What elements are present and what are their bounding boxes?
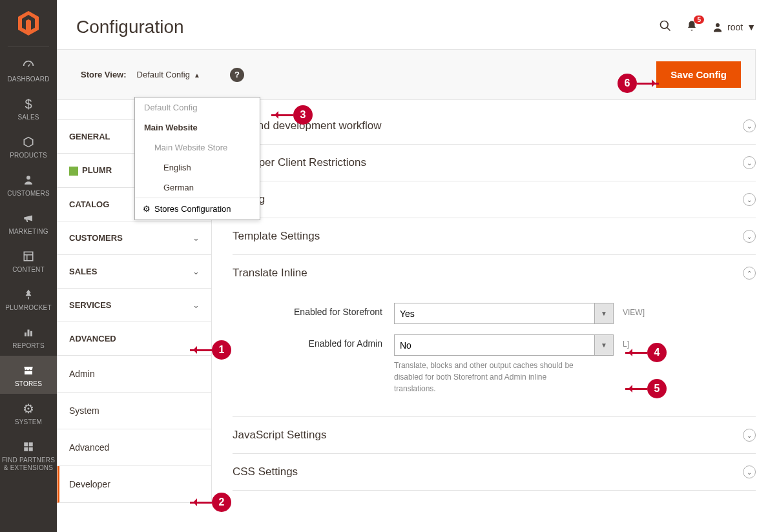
- svg-rect-9: [24, 447, 28, 451]
- enabled-admin-select[interactable]: No: [394, 334, 614, 356]
- storeview-switcher[interactable]: Default Config▲: [137, 70, 200, 79]
- page-header: Configuration 5 root ▼: [57, 0, 779, 49]
- storeview-option-main-website[interactable]: Main Website: [135, 118, 260, 138]
- field-note: Translate, blocks and other output cache…: [394, 360, 588, 394]
- notification-badge: 5: [694, 15, 704, 24]
- person-icon: [0, 172, 57, 189]
- gear-icon: ⚙: [0, 400, 57, 417]
- storeview-stores-config-link[interactable]: ⚙Stores Configuration: [135, 198, 260, 220]
- help-icon[interactable]: ?: [230, 68, 244, 82]
- storeview-option-english[interactable]: English: [135, 158, 260, 178]
- dashboard-icon: [0, 57, 57, 74]
- chevron-up-icon: ⌃: [743, 267, 756, 280]
- user-icon: [712, 21, 723, 33]
- nav-content[interactable]: CONTENT: [0, 241, 57, 280]
- nav-plumrocket[interactable]: PLUMROCKET: [0, 280, 57, 318]
- enabled-storefront-select[interactable]: Yes: [394, 303, 614, 324]
- storeview-dropdown: Default Config Main Website Main Website…: [134, 97, 260, 220]
- cube-icon: [0, 134, 57, 150]
- group-template-settings[interactable]: Template Settings ⌄: [233, 218, 756, 255]
- storeview-option-german[interactable]: German: [135, 178, 260, 198]
- svg-rect-7: [24, 442, 28, 446]
- tab-sales[interactable]: SALES⌄: [57, 255, 212, 289]
- config-content: ont-end development workflow ⌄ eveloper …: [212, 119, 779, 503]
- storeview-bar: Store View: Default Config▲ ? Save Confi…: [57, 49, 756, 100]
- search-icon[interactable]: [659, 19, 672, 36]
- tab-customers[interactable]: CUSTOMERS⌄: [57, 221, 212, 255]
- chevron-down-icon: ⌄: [743, 156, 756, 169]
- group-debug[interactable]: Debug ⌄: [233, 181, 756, 218]
- storeview-label: Store View:: [81, 70, 127, 79]
- save-config-button[interactable]: Save Config: [656, 61, 741, 88]
- tree-icon: [0, 286, 57, 303]
- dollar-icon: $: [0, 96, 57, 112]
- chevron-down-icon: ⌄: [192, 300, 200, 310]
- svg-point-0: [26, 176, 30, 179]
- notifications-icon[interactable]: 5: [686, 19, 698, 36]
- megaphone-icon: [0, 210, 57, 227]
- nav-customers[interactable]: CUSTOMERS: [0, 165, 57, 203]
- svg-line-12: [667, 27, 670, 30]
- subtab-system[interactable]: System: [57, 393, 211, 429]
- magento-logo[interactable]: [0, 0, 57, 46]
- chevron-down-icon: ⌄: [743, 466, 756, 478]
- username: root: [727, 22, 743, 32]
- translate-inline-fields: Enabled for Storefront Yes ▼ VIEW] Enabl…: [233, 291, 756, 416]
- layout-icon: [0, 248, 57, 265]
- nav-dashboard[interactable]: DASHBOARD: [0, 51, 57, 89]
- nav-find-partners[interactable]: FIND PARTNERS & EXTENSIONS: [0, 432, 57, 478]
- user-menu[interactable]: root ▼: [712, 21, 756, 33]
- svg-rect-5: [28, 330, 30, 337]
- svg-point-13: [716, 23, 720, 27]
- svg-rect-10: [29, 447, 33, 451]
- nav-stores[interactable]: STORES: [0, 356, 57, 394]
- storeview-option-main-store[interactable]: Main Website Store: [135, 138, 260, 158]
- chevron-down-icon: ⌄: [743, 193, 756, 206]
- nav-products[interactable]: PRODUCTS: [0, 127, 57, 165]
- group-css-settings[interactable]: CSS Settings ⌄: [233, 454, 756, 491]
- gear-icon: ⚙: [143, 204, 151, 214]
- chevron-down-icon: ⌄: [192, 267, 200, 276]
- field-label-storefront: Enabled for Storefront: [233, 303, 394, 317]
- group-javascript-settings[interactable]: JavaScript Settings ⌄: [233, 416, 756, 454]
- caret-down-icon: ▼: [747, 22, 756, 32]
- triangle-up-icon: ▲: [194, 72, 200, 79]
- chevron-down-icon: ⌄: [743, 119, 756, 132]
- scope-global: L]: [614, 334, 698, 349]
- chevron-down-icon: ⌄: [743, 429, 756, 442]
- chevron-down-icon: ⌄: [743, 230, 756, 243]
- nav-sales[interactable]: $SALES: [0, 89, 57, 127]
- nav-reports[interactable]: REPORTS: [0, 318, 57, 356]
- plumrocket-logo-icon: [69, 167, 78, 176]
- store-icon: [0, 362, 57, 379]
- storeview-option-default[interactable]: Default Config: [135, 97, 260, 118]
- group-frontend-workflow[interactable]: ont-end development workflow ⌄: [233, 119, 756, 145]
- subtab-advanced[interactable]: Advanced: [57, 429, 211, 466]
- group-developer-restrictions[interactable]: eveloper Client Restrictions ⌄: [233, 145, 756, 181]
- group-translate-inline[interactable]: Translate Inline ⌃: [233, 255, 756, 291]
- scope-store-view: VIEW]: [614, 303, 698, 317]
- subtab-developer[interactable]: Developer: [57, 466, 211, 503]
- svg-point-11: [661, 21, 669, 28]
- tab-advanced[interactable]: ADVANCED: [57, 322, 212, 356]
- tab-services[interactable]: SERVICES⌄: [57, 289, 212, 322]
- field-label-admin: Enabled for Admin: [233, 334, 394, 349]
- nav-system[interactable]: ⚙SYSTEM: [0, 394, 57, 432]
- svg-rect-8: [29, 442, 33, 446]
- admin-sidebar: DASHBOARD $SALES PRODUCTS CUSTOMERS MARK…: [0, 0, 57, 532]
- bars-icon: [0, 324, 57, 341]
- blocks-icon: [0, 438, 57, 455]
- nav-marketing[interactable]: MARKETING: [0, 203, 57, 241]
- svg-rect-6: [30, 331, 32, 336]
- svg-rect-1: [24, 252, 33, 261]
- page-title: Configuration: [76, 17, 659, 37]
- chevron-down-icon: ⌄: [192, 233, 200, 243]
- svg-rect-4: [25, 332, 26, 336]
- subtab-admin[interactable]: Admin: [57, 356, 211, 393]
